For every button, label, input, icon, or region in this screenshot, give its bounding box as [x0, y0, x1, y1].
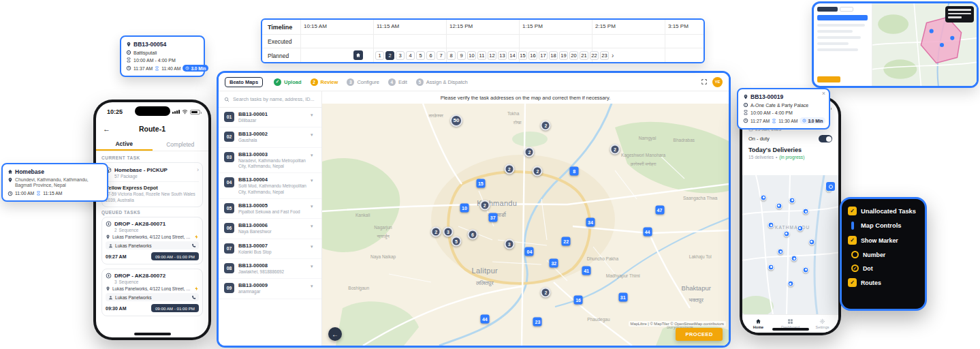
map-marker[interactable]: 44 [643, 228, 652, 237]
timeline-task-chip[interactable]: 11 [477, 51, 486, 60]
timeline-task-chip[interactable]: 8 [447, 51, 456, 60]
timeline-task-chip[interactable]: 16 [528, 51, 537, 60]
chevron-down-icon[interactable]: ▾ [311, 264, 317, 269]
chevron-right-icon[interactable]: › [197, 166, 199, 173]
map-marker[interactable]: 50 [450, 115, 462, 127]
timeline-task-chip[interactable]: 20 [569, 51, 578, 60]
map-marker[interactable]: 2 [504, 164, 514, 174]
task-list-item[interactable]: 05 BB13-00005Pipalbot Sekuwa and Fast Fo… [219, 199, 321, 219]
timeline-task-chip[interactable]: 10 [467, 51, 476, 60]
task-list-item[interactable]: 07 BB13-00007Kolanki Bus Stop ▾ [219, 239, 321, 259]
map-marker[interactable]: 5 [452, 237, 462, 247]
task-list-item[interactable]: 01 BB13-00001Dillibazar ▾ [219, 108, 321, 127]
map-marker[interactable]: 2 [533, 166, 543, 177]
map-marker[interactable]: 2 [431, 227, 441, 237]
map-marker[interactable]: 22 [562, 237, 571, 246]
task-list-item[interactable]: 03 BB13-00003Naradevi, Kathmandu Metropo… [219, 148, 321, 174]
contact-row[interactable]: Lukas Panelworks [106, 293, 199, 301]
home-button[interactable] [353, 50, 363, 60]
map-canvas[interactable]: तारकेश्वरTokhaटोखाNamgyalBhadrabasKagesh… [322, 104, 729, 346]
timeline-task-chip[interactable]: 17 [539, 51, 548, 60]
map-marker[interactable]: 2 [541, 120, 551, 130]
queued-task-card[interactable]: DROP - AK28-00072 3Sequence Lukas Panelw… [101, 269, 203, 316]
map-marker[interactable]: 10 [460, 203, 469, 212]
task-list-item[interactable]: 06 BB13-00006Naya Baneshwor ▾ [219, 219, 321, 239]
map-marker[interactable]: 31 [618, 293, 627, 302]
delivery-marker[interactable] [768, 222, 774, 228]
timeline-task-chip[interactable]: 1 [375, 51, 384, 60]
map-marker[interactable]: 16 [574, 295, 583, 304]
driver-map[interactable]: KATHMANDU [742, 175, 838, 314]
chevron-down-icon[interactable]: ▾ [311, 112, 317, 118]
map-marker[interactable]: 04 [525, 247, 534, 256]
map-marker[interactable]: 15 [476, 179, 485, 188]
chevron-down-icon[interactable]: ▾ [311, 178, 317, 183]
task-list-item[interactable]: 04 BB13-00004Solti Mod, Kathmandu Metrop… [219, 173, 321, 199]
stepper-step[interactable]: 2 Review [311, 78, 338, 86]
timeline-task-chip[interactable]: 22 [590, 51, 599, 60]
delivery-marker[interactable] [761, 194, 767, 200]
timeline-task-chip[interactable]: 3 [396, 51, 405, 60]
map-marker[interactable]: 41 [582, 266, 591, 275]
timeline-task-chip[interactable]: 5 [416, 51, 425, 60]
duty-toggle[interactable] [819, 135, 832, 142]
delivery-marker[interactable] [803, 267, 809, 273]
delivery-marker[interactable] [778, 249, 784, 255]
chevron-down-icon[interactable]: ▾ [311, 153, 317, 158]
phone-icon[interactable] [191, 295, 196, 300]
avatar[interactable]: YE [712, 77, 723, 87]
back-button[interactable]: ← [103, 125, 110, 133]
delivery-marker[interactable] [791, 256, 797, 262]
map-marker[interactable]: 6 [467, 229, 477, 239]
timeline-task-chip[interactable]: 18 [549, 51, 558, 60]
delivery-marker[interactable] [808, 239, 815, 245]
checkbox-routes-checked[interactable]: ✓ [848, 278, 857, 287]
timeline-task-chip[interactable]: 15 [518, 51, 527, 60]
timeline-more-chevron[interactable]: › [612, 52, 614, 59]
fullscreen-icon[interactable] [701, 78, 708, 85]
map-marker[interactable]: 3 [504, 239, 514, 249]
chevron-down-icon[interactable]: ▾ [311, 204, 317, 209]
stepper-step[interactable]: 4 Edit [388, 78, 407, 86]
delivery-marker[interactable] [803, 209, 809, 215]
current-task-card[interactable]: Homebase - PICKUP › 57 Package Yellow Ex… [101, 162, 203, 207]
delivery-marker[interactable] [776, 202, 782, 209]
delivery-marker[interactable] [789, 197, 795, 203]
timeline-task-chip[interactable]: 9 [457, 51, 466, 60]
chevron-down-icon[interactable]: ▾ [311, 132, 317, 138]
chevron-down-icon[interactable]: ▾ [311, 224, 317, 229]
mini-action-button[interactable] [817, 76, 840, 82]
chevron-down-icon[interactable]: ▾ [311, 284, 317, 289]
map-marker[interactable]: 32 [550, 259, 558, 268]
map-marker[interactable]: 2 [610, 145, 620, 155]
map-marker[interactable]: 23 [533, 317, 542, 326]
contact-row[interactable]: Lukas Panelworks [106, 241, 199, 249]
delivery-marker[interactable] [797, 225, 803, 231]
task-list-item[interactable]: 08 BB13-00008Jawlakhel, 9818886692 ▾ [219, 259, 321, 279]
proceed-button[interactable]: PROCEED [676, 328, 723, 341]
timeline-task-chip[interactable]: 21 [580, 51, 588, 60]
timeline-task-chip[interactable]: 19 [559, 51, 568, 60]
map-marker[interactable]: 2 [524, 147, 535, 157]
timeline-task-chip[interactable]: 14 [508, 51, 517, 60]
task-list-item[interactable]: 02 BB13-00002Gaushala ▾ [219, 127, 321, 147]
nav-settings[interactable]: Settings [806, 315, 838, 333]
search-input[interactable] [233, 96, 316, 102]
stepper-step[interactable]: 3 Configure [347, 78, 379, 86]
map-marker[interactable]: 47 [655, 206, 664, 215]
timeline-task-chip[interactable]: 6 [426, 51, 435, 60]
radio-number-unselected[interactable] [851, 251, 859, 258]
checkbox-show-marker-checked[interactable]: ✓ [848, 236, 857, 245]
timeline-task-chip[interactable]: 2 [385, 51, 394, 60]
tab-completed[interactable]: Completed [153, 138, 209, 151]
map-marker[interactable]: 34 [586, 217, 595, 226]
map-marker[interactable]: 44 [480, 314, 489, 323]
phone-icon[interactable] [191, 243, 196, 248]
delivery-marker[interactable] [768, 264, 774, 270]
map-marker[interactable]: 8 [570, 167, 579, 176]
task-list-item[interactable]: 09 BB13-00009anamnagar ▾ [219, 279, 321, 299]
timeline-task-chip[interactable]: 4 [406, 51, 415, 60]
stepper-step[interactable]: 5 Assign & Dispatch [416, 78, 468, 86]
timeline-task-chip[interactable]: 13 [498, 51, 507, 60]
map-marker[interactable]: 2 [479, 200, 490, 211]
